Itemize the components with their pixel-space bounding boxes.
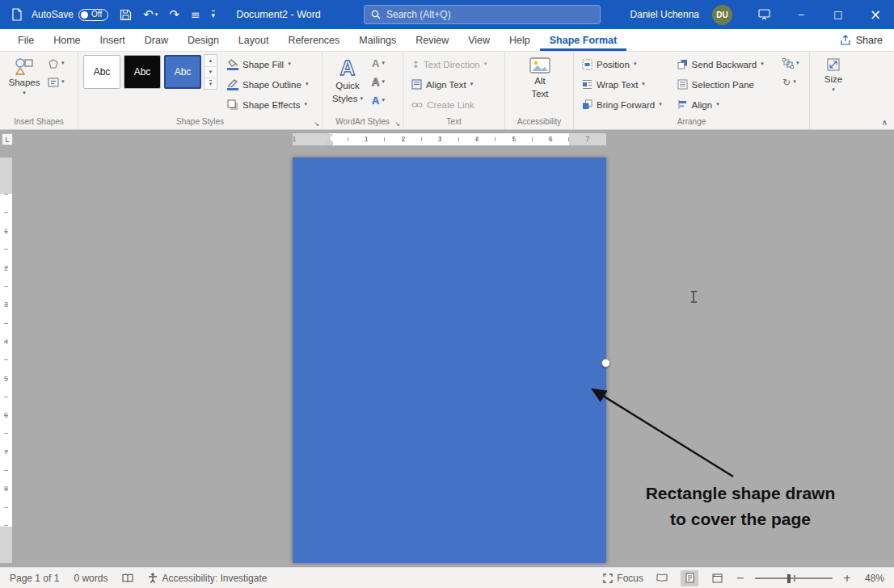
rotate-icon: ↻ bbox=[782, 78, 791, 87]
autosave-toggle[interactable]: AutoSave Off bbox=[32, 9, 108, 21]
text-direction-chevron-icon: ▾ bbox=[484, 61, 487, 67]
tab-insert[interactable]: Insert bbox=[91, 29, 135, 51]
tab-file[interactable]: File bbox=[8, 29, 44, 51]
customize-qat-button[interactable]: ▾ bbox=[212, 10, 216, 19]
avatar[interactable]: DU bbox=[712, 5, 732, 25]
zoom-slider[interactable] bbox=[755, 573, 833, 584]
edit-shape-icon bbox=[48, 58, 59, 69]
align-button[interactable]: Align ▾ bbox=[674, 94, 781, 115]
gallery-up-button[interactable]: ▴ bbox=[205, 55, 217, 66]
quick-access-list-button[interactable]: ≡ bbox=[191, 9, 200, 20]
shape-style-option-1[interactable]: Abc bbox=[83, 55, 120, 89]
bring-forward-button[interactable]: Bring Forward ▾ bbox=[579, 94, 674, 115]
shapes-chevron-icon: ▾ bbox=[23, 90, 26, 96]
position-button[interactable]: Position ▾ bbox=[579, 54, 674, 74]
shape-style-option-3-selected[interactable]: Abc bbox=[164, 55, 201, 89]
page-indicator[interactable]: Page 1 of 1 bbox=[10, 573, 59, 584]
ruler-number: 7 bbox=[0, 448, 12, 456]
text-cursor-icon bbox=[693, 292, 694, 302]
shape-fill-icon bbox=[227, 59, 238, 70]
rectangle-shape[interactable] bbox=[293, 158, 606, 563]
quick-styles-label-line1: Quick bbox=[335, 81, 359, 91]
accessibility-status-button[interactable]: Accessibility: Investigate bbox=[148, 573, 267, 584]
redo-button[interactable]: ↷ bbox=[169, 9, 179, 21]
wordart-dialog-launcher[interactable]: ↘ bbox=[394, 121, 400, 128]
collapse-ribbon-button[interactable]: ∧ bbox=[882, 119, 888, 127]
autosave-pill: Off bbox=[78, 9, 108, 21]
align-text-chevron-icon: ▾ bbox=[470, 82, 474, 87]
undo-icon: ↶ bbox=[143, 9, 154, 21]
horizontal-ruler[interactable]: 1 1 2 3 4 5 6 7 bbox=[293, 133, 606, 145]
tab-shape-format[interactable]: Shape Format bbox=[540, 29, 626, 51]
zoom-level[interactable]: 48% bbox=[862, 573, 884, 584]
send-backward-button[interactable]: Send Backward ▾ bbox=[674, 54, 781, 74]
size-button[interactable]: Size ▾ bbox=[816, 54, 851, 93]
tab-stop-selector[interactable]: L bbox=[2, 133, 13, 145]
undo-button[interactable]: ↶ ▾ bbox=[143, 9, 158, 21]
shape-style-option-2[interactable]: Abc bbox=[124, 55, 161, 89]
selection-pane-label: Selection Pane bbox=[692, 80, 754, 90]
tab-draw[interactable]: Draw bbox=[135, 29, 178, 51]
minimize-button[interactable]: ─ bbox=[782, 0, 820, 29]
gallery-scroll: ▴ ▾ ▾ bbox=[204, 54, 217, 90]
text-fill-button[interactable]: A ▾ bbox=[369, 54, 387, 73]
gallery-more-button[interactable]: ▾ bbox=[205, 78, 217, 89]
read-mode-button[interactable] bbox=[653, 570, 671, 586]
alt-text-button[interactable]: Alt Text bbox=[519, 54, 561, 99]
left-indent-marker[interactable] bbox=[325, 142, 333, 145]
proofing-button[interactable] bbox=[122, 573, 133, 583]
status-bar: Page 1 of 1 0 words Accessibility: Inves… bbox=[0, 567, 894, 588]
tab-mailings[interactable]: Mailings bbox=[349, 29, 406, 51]
shape-styles-dialog-launcher[interactable]: ↘ bbox=[314, 121, 319, 128]
gallery-more-icon: ▾ bbox=[209, 80, 213, 87]
vertical-ruler[interactable]: 1 2 3 4 5 6 7 8 bbox=[0, 158, 12, 563]
ruler-top-margin-zone bbox=[0, 158, 12, 194]
text-outline-button[interactable]: A ▾ bbox=[369, 73, 387, 91]
bring-forward-icon bbox=[582, 99, 592, 110]
tab-review[interactable]: Review bbox=[406, 29, 458, 51]
word-count[interactable]: 0 words bbox=[74, 573, 108, 584]
tab-view[interactable]: View bbox=[458, 29, 500, 51]
rotate-objects-button[interactable]: ↻ ▾ bbox=[780, 73, 806, 91]
size-icon bbox=[826, 57, 841, 72]
focus-button[interactable]: Focus bbox=[603, 573, 643, 584]
tab-home[interactable]: Home bbox=[44, 29, 90, 51]
zoom-slider-thumb[interactable] bbox=[787, 574, 791, 583]
share-button[interactable]: Share bbox=[840, 29, 883, 51]
zoom-out-button[interactable]: − bbox=[736, 573, 745, 583]
ribbon-display-options-button[interactable] bbox=[745, 0, 782, 29]
shape-outline-button[interactable]: Shape Outline ▾ bbox=[224, 74, 311, 94]
create-link-button[interactable]: Create Link bbox=[408, 94, 490, 115]
user-name[interactable]: Daniel Uchenna bbox=[630, 9, 699, 20]
draw-text-box-button[interactable]: ▾ bbox=[45, 73, 67, 91]
group-objects-icon bbox=[782, 58, 794, 69]
tab-design[interactable]: Design bbox=[178, 29, 229, 51]
web-layout-button[interactable] bbox=[708, 570, 726, 586]
tab-help[interactable]: Help bbox=[500, 29, 540, 51]
search-box[interactable] bbox=[364, 5, 601, 24]
edit-shape-button[interactable]: ▾ bbox=[45, 54, 67, 73]
shape-fill-button[interactable]: Shape Fill ▾ bbox=[224, 54, 311, 74]
shape-effects-button[interactable]: Shape Effects ▾ bbox=[224, 94, 311, 115]
group-objects-button[interactable]: ▾ bbox=[780, 54, 806, 73]
gallery-down-button[interactable]: ▾ bbox=[205, 66, 217, 78]
alt-text-label-line1: Alt bbox=[534, 76, 545, 86]
print-layout-button[interactable] bbox=[681, 570, 698, 586]
read-mode-icon bbox=[656, 573, 668, 582]
text-effects-button[interactable]: A ▾ bbox=[369, 91, 387, 110]
wrap-text-button[interactable]: Wrap Text ▾ bbox=[579, 74, 674, 94]
quick-styles-button[interactable]: A Quick Styles ▾ bbox=[327, 54, 368, 104]
tab-layout[interactable]: Layout bbox=[229, 29, 279, 51]
selection-pane-button[interactable]: Selection Pane bbox=[674, 74, 781, 94]
align-text-button[interactable]: Align Text ▾ bbox=[408, 74, 490, 94]
close-button[interactable]: × bbox=[857, 0, 894, 29]
shape-resize-handle[interactable] bbox=[601, 359, 610, 368]
document-page[interactable] bbox=[293, 158, 606, 563]
search-input[interactable] bbox=[386, 9, 593, 20]
maximize-button[interactable]: □ bbox=[820, 0, 857, 29]
shapes-button[interactable]: Shapes ▾ bbox=[5, 54, 44, 96]
text-direction-button[interactable]: ↕ Text Direction ▾ bbox=[408, 54, 490, 74]
tab-references[interactable]: References bbox=[278, 29, 349, 51]
zoom-in-button[interactable]: + bbox=[842, 573, 852, 583]
save-button[interactable] bbox=[120, 9, 132, 21]
